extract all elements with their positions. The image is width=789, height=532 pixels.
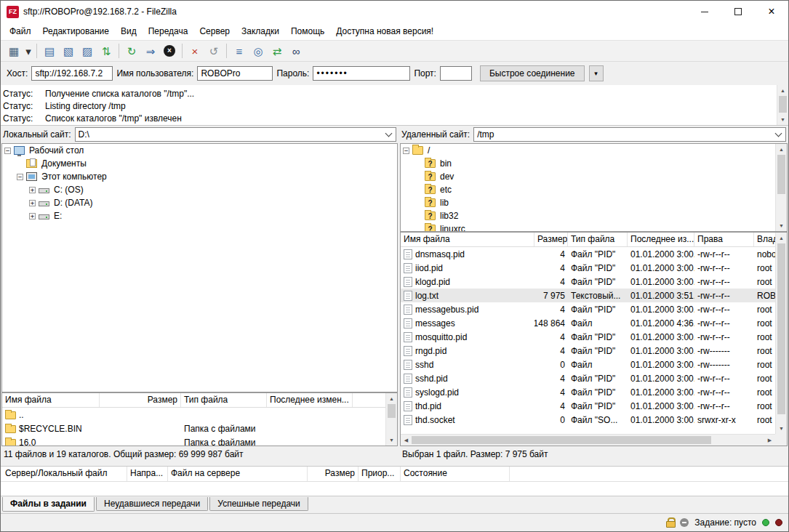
site-manager-dropdown-button[interactable]: ▾ <box>23 42 33 60</box>
column-header[interactable]: Права <box>694 233 754 246</box>
tree-item[interactable]: +D: (DATA) <box>2 196 397 209</box>
refresh-button[interactable]: ↻ <box>122 42 141 60</box>
file-row[interactable]: thd.socket0Файл "SO...01.01.2000 3:00...… <box>401 413 775 427</box>
scroll-up-arrow[interactable]: ▲ <box>777 85 788 96</box>
scroll-down-arrow[interactable]: ▼ <box>776 220 787 231</box>
queue-tab-1[interactable]: Файлы в задании <box>2 497 95 512</box>
scroll-down-arrow[interactable]: ▼ <box>776 423 787 434</box>
scroll-up-arrow[interactable]: ▲ <box>386 393 397 404</box>
scroll-track[interactable] <box>776 155 787 220</box>
file-row[interactable]: 16.0Папка с файлами <box>2 435 385 446</box>
column-header[interactable]: Тип файла <box>568 233 628 246</box>
close-button[interactable]: × <box>755 1 788 23</box>
scroll-thumb[interactable] <box>779 96 787 113</box>
password-input[interactable] <box>313 66 410 81</box>
scroll-right-arrow[interactable]: ▶ <box>764 435 775 446</box>
scroll-thumb[interactable] <box>777 155 785 194</box>
remote-tree-scrollbar[interactable]: ▲▼ <box>775 144 787 231</box>
local-site-combobox[interactable]: D:\ <box>75 127 397 142</box>
filter-button[interactable]: ≡ <box>230 42 249 60</box>
file-row[interactable]: thd.pid4Файл "PID"01.01.2000 3:00...-rw-… <box>401 399 775 413</box>
tree-item[interactable]: −Этот компьютер <box>2 170 397 183</box>
synchronized-browsing-button[interactable]: ⇄ <box>268 42 287 60</box>
scroll-up-arrow[interactable]: ▲ <box>776 233 787 243</box>
collapse-icon[interactable]: − <box>17 174 23 180</box>
column-header[interactable]: Тип файла <box>181 393 267 407</box>
tree-item[interactable]: ?dev <box>401 170 775 183</box>
menu-item-4[interactable]: Передача <box>143 23 194 40</box>
scroll-track[interactable] <box>777 96 788 114</box>
expand-icon[interactable]: + <box>29 187 36 193</box>
tree-item[interactable]: ?linuxrc <box>401 222 775 231</box>
username-input[interactable] <box>197 66 273 81</box>
menu-item-8[interactable]: Доступна новая версия! <box>330 23 439 40</box>
disconnect-button[interactable]: × <box>185 42 204 60</box>
toggle-remote-tree-button[interactable]: ▨ <box>78 42 97 60</box>
tree-item[interactable]: ?etc <box>401 183 775 196</box>
scroll-down-arrow[interactable]: ▼ <box>777 114 788 125</box>
file-row[interactable]: messagebus.pid4Файл "PID"01.01.2000 3:00… <box>401 302 775 316</box>
file-row[interactable]: mosquitto.pid4Файл "PID"01.01.2000 3:00.… <box>401 330 775 344</box>
file-row[interactable]: iiod.pid4Файл "PID"01.01.2000 3:00...-rw… <box>401 261 775 275</box>
tree-item[interactable]: −/ <box>401 144 775 157</box>
host-input[interactable] <box>31 66 113 81</box>
column-header[interactable]: Состояние <box>401 467 510 481</box>
scroll-track[interactable] <box>386 404 397 435</box>
toggle-local-tree-button[interactable]: ▧ <box>59 42 78 60</box>
menu-item-5[interactable]: Сервер <box>193 23 236 40</box>
tree-item[interactable]: Документы <box>2 157 397 170</box>
combo-dropdown-icon[interactable] <box>382 129 395 140</box>
toggle-message-log-button[interactable]: ▤ <box>40 42 59 60</box>
maximize-button[interactable] <box>721 1 755 23</box>
scroll-left-arrow[interactable]: ◀ <box>401 435 412 446</box>
tree-item[interactable]: −Рабочий стол <box>2 144 397 157</box>
scroll-thumb[interactable] <box>388 404 396 418</box>
find-files-button[interactable]: ∞ <box>287 42 305 60</box>
remote-files-hscrollbar[interactable]: ◀▶ <box>401 434 775 446</box>
log-scrollbar[interactable]: ▲▼ <box>777 85 788 125</box>
menu-item-1[interactable]: Файл <box>4 23 37 40</box>
file-row[interactable]: syslogd.pid4Файл "PID"01.01.2000 3:00...… <box>401 385 775 399</box>
tree-item[interactable]: +C: (OS) <box>2 183 397 196</box>
column-header[interactable]: Имя файла <box>2 393 100 407</box>
compare-directories-button[interactable]: ◎ <box>249 42 268 60</box>
scroll-track[interactable] <box>412 435 764 446</box>
process-queue-button[interactable]: ⇒ <box>141 42 160 60</box>
scroll-up-arrow[interactable]: ▲ <box>776 144 787 155</box>
cancel-operation-button[interactable]: × <box>160 42 179 60</box>
port-input[interactable] <box>440 66 472 81</box>
speed-limit-icon[interactable] <box>680 518 689 527</box>
file-row[interactable]: rngd.pid4Файл "PID"01.01.2000 3:00...-rw… <box>401 344 775 358</box>
column-header[interactable]: Последнее измен... <box>267 393 353 407</box>
file-row[interactable]: sshd.pid4Файл "PID"01.01.2000 3:00...-rw… <box>401 371 775 385</box>
menu-item-2[interactable]: Редактирование <box>37 23 115 40</box>
collapse-icon[interactable]: − <box>4 148 11 154</box>
site-manager-button[interactable]: ▦ <box>4 42 23 60</box>
column-header[interactable]: Файл на сервере <box>168 467 308 481</box>
expand-icon[interactable]: + <box>29 213 36 219</box>
reconnect-button[interactable]: ↺ <box>204 42 223 60</box>
file-row[interactable]: sshd0Файл01.01.2000 3:00...-rw-------roo… <box>401 358 775 371</box>
toggle-transfer-queue-button[interactable]: ⇅ <box>97 42 116 60</box>
tree-item[interactable]: ?lib32 <box>401 209 775 222</box>
tree-item[interactable]: ?bin <box>401 157 775 170</box>
minimize-button[interactable] <box>688 1 721 23</box>
column-header[interactable]: Размер <box>100 393 181 407</box>
file-row[interactable]: dnsmasq.pid4Файл "PID"01.01.2000 3:00...… <box>401 247 775 261</box>
file-row[interactable]: log.txt7 975Текстовый...01.01.2000 3:51.… <box>401 289 775 302</box>
local-files-scrollbar[interactable]: ▲▼ <box>385 393 397 446</box>
column-header[interactable]: Имя файла <box>401 233 534 246</box>
remote-site-combobox[interactable]: /tmp <box>473 127 786 142</box>
scroll-thumb[interactable] <box>412 436 711 444</box>
column-header[interactable]: Последнее из... <box>628 233 694 246</box>
menu-item-7[interactable]: Помощь <box>285 23 330 40</box>
remote-files-scrollbar[interactable]: ▲▼ <box>775 233 787 434</box>
file-row[interactable]: messages148 864Файл01.01.2000 4:36...-rw… <box>401 316 775 330</box>
queue-tab-3[interactable]: Успешные передачи <box>209 497 308 511</box>
scroll-thumb[interactable] <box>777 243 785 414</box>
tree-item[interactable]: +E: <box>2 209 397 222</box>
quickconnect-button[interactable]: Быстрое соединение <box>480 65 585 81</box>
menu-item-6[interactable]: Закладки <box>236 23 285 40</box>
column-header[interactable]: Приор... <box>359 467 401 481</box>
quickconnect-dropdown-button[interactable]: ▾ <box>589 65 604 81</box>
